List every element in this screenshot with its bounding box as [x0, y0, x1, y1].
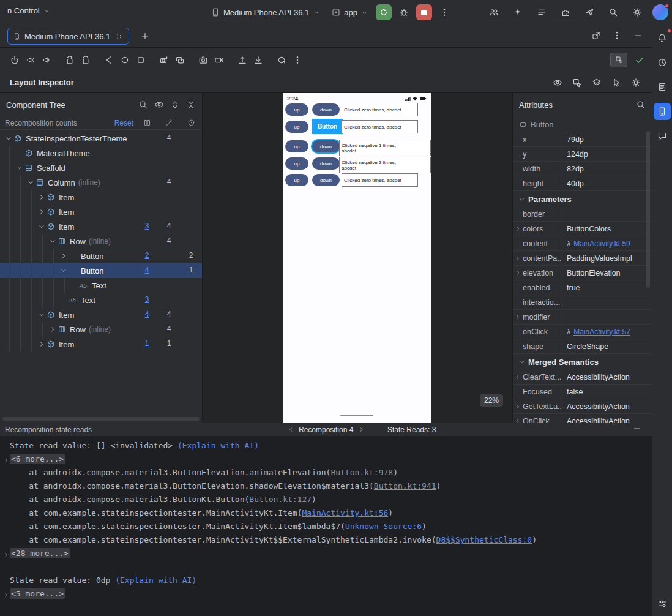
tree-search-button[interactable]	[138, 100, 148, 110]
device-text-field[interactable]: Clicked negative 3 times,abcdef	[339, 157, 431, 173]
fold-expander-icon[interactable]	[2, 590, 10, 600]
attributes-scrollbar[interactable]	[646, 131, 650, 288]
user-avatar[interactable]	[652, 4, 668, 20]
attr-expander-icon[interactable]	[513, 255, 523, 262]
home-button[interactable]	[118, 53, 132, 67]
attr-row-width[interactable]: width82dp	[513, 162, 652, 176]
device-up-button[interactable]: up	[285, 140, 308, 152]
console-fold-line[interactable]: <28 more...>	[10, 547, 652, 560]
tree-horizontal-scrollbar[interactable]	[2, 417, 200, 421]
attr-row-shape[interactable]: shapeCircleShape	[513, 339, 652, 354]
tree-node-item[interactable]: Item	[0, 205, 202, 219]
console-link[interactable]: Unknown Source:6	[345, 522, 422, 531]
device-selector[interactable]: Medium Phone API 36.1	[207, 5, 324, 20]
tree-node-stateinspectiontestertheme[interactable]: StateInspectionTesterTheme4	[0, 131, 202, 146]
minimize-console-button[interactable]	[632, 424, 642, 435]
attr-row-interactio[interactable]: interactio...	[513, 295, 652, 310]
attr-row-focused[interactable]: Focusedfalse	[513, 385, 652, 399]
recomposition-count[interactable]: 3	[138, 222, 156, 230]
add-device-tab-button[interactable]	[138, 29, 152, 43]
run-config-selector[interactable]: app	[327, 5, 372, 20]
debug-button[interactable]	[395, 4, 413, 21]
tree-expander-icon[interactable]	[37, 222, 47, 231]
emulator-more-button[interactable]	[290, 53, 305, 67]
select-mode-button[interactable]	[610, 77, 622, 89]
save-snapshot-button[interactable]	[251, 53, 266, 67]
device-down-button[interactable]: down	[312, 174, 340, 186]
stop-button[interactable]	[416, 4, 432, 20]
running-devices-button[interactable]	[654, 103, 671, 120]
next-recomposition-button[interactable]	[356, 424, 367, 435]
tree-expander-icon[interactable]	[37, 207, 47, 217]
logcat-button[interactable]	[654, 78, 671, 96]
vcs-widget[interactable]: n Control	[4, 4, 54, 18]
tree-expander-icon[interactable]	[48, 325, 58, 334]
console-link[interactable]: Button.kt:127	[249, 495, 312, 504]
attr-row-height[interactable]: height40dp	[513, 176, 652, 191]
tree-node-item[interactable]: Item	[0, 190, 202, 205]
attr-row-modifier[interactable]: modifier	[513, 310, 652, 325]
device-text-field[interactable]: Clicked zero times, abcdef	[342, 103, 418, 116]
app-insights-button[interactable]	[654, 127, 671, 145]
attr-expander-icon[interactable]	[513, 225, 523, 233]
restore-button[interactable]	[274, 53, 289, 67]
recomposition-count[interactable]: 4	[138, 266, 156, 274]
inspector-settings-button[interactable]	[630, 77, 642, 89]
tree-node-text[interactable]: AbText	[0, 278, 202, 293]
tree-node-item[interactable]: Item34	[0, 219, 202, 234]
screen-layout-button[interactable]	[654, 595, 671, 612]
tree-node-item[interactable]: Item11	[0, 337, 202, 351]
close-tab-button[interactable]	[114, 31, 124, 41]
notifications-button[interactable]	[654, 29, 671, 47]
popout-window-button[interactable]	[589, 29, 603, 42]
counts-column-icon[interactable]	[138, 119, 156, 127]
attr-section-merged-semantics[interactable]: Merged Semantics	[513, 354, 652, 370]
tree-expander-icon[interactable]	[37, 310, 47, 320]
attr-expander-icon[interactable]	[513, 374, 523, 381]
tree-expander-icon[interactable]	[37, 339, 47, 349]
device-down-button[interactable]: down	[312, 103, 340, 116]
device-up-button[interactable]: up	[285, 121, 308, 133]
tree-node-scaffold[interactable]: Scaffold	[0, 160, 202, 175]
multi-display-button[interactable]	[173, 53, 187, 67]
tree-expander-icon[interactable]	[26, 178, 35, 187]
console-fold-line[interactable]: <6 more...>	[10, 453, 652, 466]
code-with-me-button[interactable]	[485, 4, 502, 21]
attributes-search-button[interactable]	[636, 100, 646, 110]
device-tab[interactable]: Medium Phone API 36.1	[7, 28, 129, 45]
tab-options-button[interactable]	[610, 29, 624, 42]
fold-expander-icon[interactable]	[2, 549, 10, 563]
attr-expander-icon[interactable]	[513, 418, 523, 423]
tree-expander-icon[interactable]	[37, 192, 47, 202]
reset-counts-link[interactable]: Reset	[114, 119, 133, 127]
tree-node-button[interactable]: Button22	[0, 249, 202, 263]
attr-row-onclick[interactable]: onClickλMainActivity.kt:57	[513, 325, 652, 339]
device-screen[interactable]: 2:24 updownClicked zero times, abcdefupB…	[283, 93, 431, 423]
attr-row-y[interactable]: y124dp	[513, 147, 652, 162]
hide-panel-button[interactable]	[631, 29, 644, 42]
collapse-all-button[interactable]	[186, 100, 196, 110]
console-link[interactable]: (Explain with AI)	[115, 576, 196, 585]
live-updates-button[interactable]	[551, 77, 564, 89]
device-nav-handle[interactable]	[340, 415, 373, 416]
camera-button[interactable]	[196, 53, 211, 67]
attr-row-enabled[interactable]: enabledtrue	[513, 280, 652, 295]
tree-node-row[interactable]: Row(inline)4	[0, 234, 202, 249]
volume-down-button[interactable]	[39, 53, 54, 67]
attr-row-border[interactable]: border	[513, 207, 652, 222]
attr-expander-icon[interactable]	[513, 269, 523, 277]
attr-row-content[interactable]: contentλMainActivity.kt:59	[513, 236, 652, 251]
ai-actions-button[interactable]	[509, 4, 526, 21]
device-up-button[interactable]: up	[285, 174, 308, 186]
console-link[interactable]: (Explain with AI)	[177, 441, 259, 450]
3d-mode-button[interactable]	[591, 77, 603, 89]
tree-node-item[interactable]: Item44	[0, 307, 202, 322]
rotate-left-button[interactable]	[62, 53, 77, 67]
profiler-button[interactable]	[654, 54, 671, 71]
attr-row-contentpa[interactable]: contentPa...PaddingValuesImpl	[513, 251, 652, 266]
console-link[interactable]: Button.kt:978	[330, 468, 393, 477]
tree-expander-icon[interactable]	[48, 236, 58, 246]
recomposition-count[interactable]: 2	[138, 251, 156, 260]
tree-expander-icon[interactable]	[59, 266, 69, 276]
tree-node-button[interactable]: Button41	[0, 263, 202, 278]
